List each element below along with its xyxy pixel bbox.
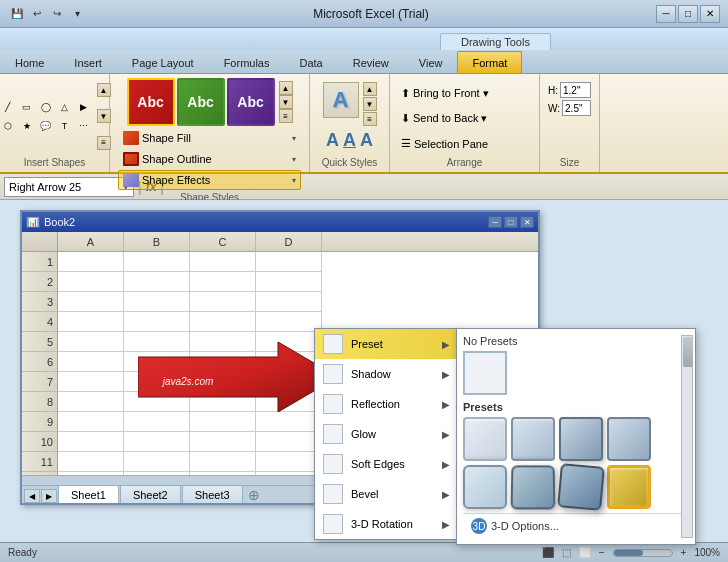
- close-btn[interactable]: ✕: [700, 5, 720, 23]
- menu-bevel[interactable]: Bevel ▶: [315, 479, 458, 509]
- tab-page-layout[interactable]: Page Layout: [117, 51, 209, 73]
- no-preset-box[interactable]: [463, 351, 507, 395]
- shape-fill-btn[interactable]: Shape Fill ▾: [118, 128, 301, 148]
- a11[interactable]: [58, 452, 124, 472]
- preset-3[interactable]: [559, 417, 603, 461]
- d4[interactable]: [256, 312, 322, 332]
- menu-preset[interactable]: Preset ▶: [315, 329, 458, 359]
- scroll-thumb[interactable]: [683, 337, 693, 367]
- selection-pane-btn[interactable]: ☰ Selection Pane: [396, 133, 533, 155]
- shapes-scroll-up[interactable]: ▲: [97, 83, 111, 97]
- shape-rect[interactable]: ▭: [18, 98, 36, 116]
- shape-more[interactable]: ⋯: [75, 117, 93, 135]
- tab-home[interactable]: Home: [0, 51, 59, 73]
- a1[interactable]: [58, 252, 124, 272]
- menu-3d-rotation[interactable]: 3-D Rotation ▶: [315, 509, 458, 539]
- c4[interactable]: [190, 312, 256, 332]
- a10[interactable]: [58, 432, 124, 452]
- sheet-tab-2[interactable]: Sheet2: [120, 485, 181, 503]
- shape-effects-btn[interactable]: Shape Effects ▾: [118, 170, 301, 190]
- customize-btn[interactable]: ▾: [68, 5, 86, 23]
- preset-5[interactable]: [463, 465, 507, 509]
- send-to-back-btn[interactable]: ⬇ Send to Back ▾: [396, 107, 533, 129]
- menu-shadow[interactable]: Shadow ▶: [315, 359, 458, 389]
- add-sheet-btn[interactable]: ⊕: [248, 487, 260, 503]
- zoom-in[interactable]: +: [681, 547, 687, 558]
- b10[interactable]: [124, 432, 190, 452]
- preset-6[interactable]: [511, 465, 556, 509]
- tab-insert[interactable]: Insert: [59, 51, 117, 73]
- tab-formulas[interactable]: Formulas: [209, 51, 285, 73]
- tab-format[interactable]: Format: [457, 51, 522, 73]
- menu-reflection[interactable]: Reflection ▶: [315, 389, 458, 419]
- shapes-scroll-down[interactable]: ▼: [97, 109, 111, 123]
- d11[interactable]: [256, 452, 322, 472]
- undo-btn[interactable]: ↩: [28, 5, 46, 23]
- height-input[interactable]: 1.2": [560, 82, 591, 98]
- minimize-btn[interactable]: ─: [656, 5, 676, 23]
- book-close[interactable]: ✕: [520, 216, 534, 228]
- style-preset-purple[interactable]: Abc: [227, 78, 275, 126]
- redo-btn[interactable]: ↪: [48, 5, 66, 23]
- view-normal[interactable]: ⬛: [542, 547, 554, 558]
- a5[interactable]: [58, 332, 124, 352]
- view-layout[interactable]: ⬚: [562, 547, 571, 558]
- view-page[interactable]: ⬜: [579, 547, 591, 558]
- shape-star[interactable]: ★: [18, 117, 36, 135]
- shapes-scroll-all[interactable]: ≡: [97, 136, 111, 150]
- save-btn[interactable]: 💾: [8, 5, 26, 23]
- wordart-scroll-down[interactable]: ▼: [363, 97, 377, 111]
- maximize-btn[interactable]: □: [678, 5, 698, 23]
- col-d[interactable]: D: [256, 232, 322, 252]
- c3[interactable]: [190, 292, 256, 312]
- shape-line[interactable]: ╱: [0, 98, 17, 116]
- shape-arrow-more[interactable]: ▶: [75, 98, 93, 116]
- a9[interactable]: [58, 412, 124, 432]
- menu-glow[interactable]: Glow ▶: [315, 419, 458, 449]
- c11[interactable]: [190, 452, 256, 472]
- arrow-shape[interactable]: java2s.com: [138, 337, 338, 417]
- b2[interactable]: [124, 272, 190, 292]
- preset-7[interactable]: [557, 463, 605, 511]
- b11[interactable]: [124, 452, 190, 472]
- shape-tri[interactable]: △: [56, 98, 74, 116]
- d1[interactable]: [256, 252, 322, 272]
- sheet-tab-3[interactable]: Sheet3: [182, 485, 243, 503]
- shape-tex[interactable]: T: [56, 117, 74, 135]
- tab-review[interactable]: Review: [338, 51, 404, 73]
- d10[interactable]: [256, 432, 322, 452]
- shape-oval[interactable]: ◯: [37, 98, 55, 116]
- a7[interactable]: [58, 372, 124, 392]
- bring-to-front-btn[interactable]: ⬆ Bring to Front ▾: [396, 82, 533, 104]
- a3[interactable]: [58, 292, 124, 312]
- col-c[interactable]: C: [190, 232, 256, 252]
- preset-2[interactable]: [511, 417, 555, 461]
- presets-scrollbar[interactable]: [681, 335, 693, 538]
- menu-soft-edges[interactable]: Soft Edges ▶: [315, 449, 458, 479]
- sheet-tab-1[interactable]: Sheet1: [58, 485, 119, 503]
- name-box[interactable]: Right Arrow 25 ▾: [4, 177, 134, 197]
- style-preset-green[interactable]: Abc: [177, 78, 225, 126]
- styles-scroll-all[interactable]: ≡: [279, 109, 293, 123]
- d2[interactable]: [256, 272, 322, 292]
- style-preset-red[interactable]: Abc: [127, 78, 175, 126]
- preset-1[interactable]: [463, 417, 507, 461]
- wordart-scroll-all[interactable]: ≡: [363, 112, 377, 126]
- preset-4[interactable]: [607, 417, 651, 461]
- shape-heart[interactable]: ⬡: [0, 117, 17, 135]
- tab-view[interactable]: View: [404, 51, 458, 73]
- styles-scroll-down[interactable]: ▼: [279, 95, 293, 109]
- b1[interactable]: [124, 252, 190, 272]
- a8[interactable]: [58, 392, 124, 412]
- c2[interactable]: [190, 272, 256, 292]
- c10[interactable]: [190, 432, 256, 452]
- col-b[interactable]: B: [124, 232, 190, 252]
- tab-data[interactable]: Data: [284, 51, 337, 73]
- shape-outline-btn[interactable]: Shape Outline ▾: [118, 149, 301, 169]
- shape-callout[interactable]: 💬: [37, 117, 55, 135]
- zoom-slider[interactable]: [613, 549, 673, 557]
- book-minimize[interactable]: ─: [488, 216, 502, 228]
- sheet-scroll-right[interactable]: ▶: [41, 489, 57, 503]
- zoom-out[interactable]: −: [599, 547, 605, 558]
- sheet-scroll-left[interactable]: ◀: [24, 489, 40, 503]
